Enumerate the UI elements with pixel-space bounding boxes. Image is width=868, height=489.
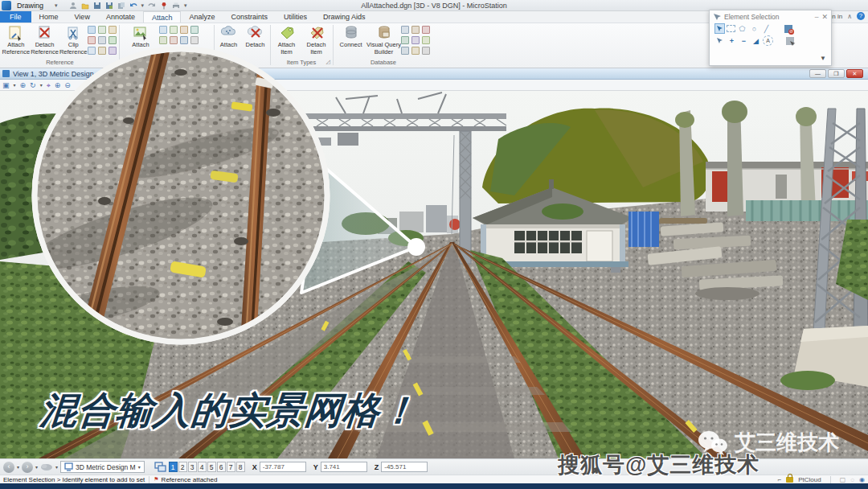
tool-icon[interactable] <box>88 47 96 55</box>
select-clear-button[interactable]: ⊘ <box>783 23 793 34</box>
raster-attach-button[interactable]: Attach <box>122 23 159 49</box>
select-invert-button[interactable]: ◢ <box>751 35 761 46</box>
chevron-down-icon[interactable]: ▾ <box>55 464 58 470</box>
connect-button[interactable]: Connect <box>335 23 366 49</box>
tool-icon[interactable] <box>190 36 199 44</box>
tool-icon[interactable] <box>108 47 117 55</box>
undo-icon[interactable] <box>129 2 137 10</box>
lock-icon[interactable] <box>786 477 793 483</box>
save-settings-icon[interactable] <box>117 2 125 10</box>
view-mode-combo[interactable]: 3D Metric Design M ▾ <box>60 461 145 473</box>
x-coord-field[interactable] <box>260 462 306 472</box>
tool-icon[interactable] <box>401 36 409 44</box>
tab-attach[interactable]: Attach <box>143 11 182 23</box>
select-line-button[interactable]: ╱ <box>761 23 772 34</box>
view-title-bar[interactable]: View 1, 3D Metric Design — ❐ ✕ <box>0 68 868 80</box>
view-groups-icon[interactable] <box>154 462 166 472</box>
select-shape-button[interactable]: ⬠ <box>737 23 747 34</box>
attach-item-button[interactable]: Attach Item <box>272 23 301 55</box>
view-toggle-1[interactable]: 1 <box>169 462 178 472</box>
pin-icon[interactable] <box>160 2 168 10</box>
chevron-down-icon[interactable]: ▾ <box>14 82 16 88</box>
rotate-view-icon[interactable]: ↻ <box>30 80 36 90</box>
tool-icon[interactable] <box>170 36 178 44</box>
help-icon[interactable]: ? <box>857 12 865 20</box>
tab-constraints[interactable]: Constraints <box>223 11 276 23</box>
save-as-icon[interactable] <box>105 2 113 10</box>
tool-icon[interactable] <box>180 36 188 44</box>
open-folder-icon[interactable] <box>81 2 89 10</box>
user-icon[interactable] <box>69 2 77 10</box>
view-maximize-button[interactable]: ❐ <box>828 69 845 78</box>
qat-overflow-icon[interactable]: ▾ <box>184 2 187 9</box>
history-cloud-icon[interactable] <box>40 462 53 471</box>
tool-icon[interactable] <box>98 26 106 34</box>
view-toggle-2[interactable]: 2 <box>178 462 187 472</box>
forward-button[interactable]: › <box>22 462 33 473</box>
chevron-down-icon[interactable]: ▾ <box>35 464 38 470</box>
redo-icon[interactable] <box>148 2 156 10</box>
select-new-button[interactable] <box>714 35 725 46</box>
tool-icon[interactable] <box>411 47 420 55</box>
tool-icon[interactable] <box>108 26 117 34</box>
tool-icon[interactable] <box>411 26 420 34</box>
select-none-button[interactable] <box>784 35 795 46</box>
clip-reference-button[interactable]: Clip Reference <box>59 23 88 55</box>
detach-item-button[interactable]: Detach Item <box>301 23 331 55</box>
view-toggle-5[interactable]: 5 <box>207 462 216 472</box>
pan-icon[interactable]: ⊕ <box>20 80 27 90</box>
fence-icon[interactable]: ◌ <box>850 476 854 483</box>
item-types-launcher-icon[interactable]: ◿ <box>326 59 330 65</box>
pointcloud-attach-button[interactable]: Attach <box>215 23 242 49</box>
fit-view-icon[interactable]: ⌖ <box>47 80 51 90</box>
chevron-down-icon[interactable]: ▾ <box>40 82 43 88</box>
dgn-lock-icon[interactable]: ◉ <box>859 476 865 483</box>
tool-icon[interactable] <box>422 47 430 55</box>
view-toggle-3[interactable]: 3 <box>188 462 197 472</box>
pointcloud-detach-button[interactable]: Detach <box>242 23 268 49</box>
tool-icon[interactable] <box>422 36 430 44</box>
attach-reference-button[interactable]: Attach Reference <box>2 23 31 55</box>
z-coord-field[interactable] <box>381 462 428 472</box>
running-coords-icon[interactable]: ⌐ <box>778 476 782 483</box>
tool-icon[interactable] <box>170 26 178 34</box>
tool-icon[interactable] <box>401 47 409 55</box>
detach-reference-button[interactable]: Detach Reference <box>31 23 59 55</box>
tool-icon[interactable] <box>98 36 106 44</box>
print-icon[interactable] <box>172 2 180 10</box>
dialog-minimize-icon[interactable]: – <box>815 13 819 21</box>
element-selection-titlebar[interactable]: Element Selection – ✕ <box>710 10 831 23</box>
tool-icon[interactable] <box>88 36 96 44</box>
view-toggle-7[interactable]: 7 <box>227 462 235 472</box>
tab-view[interactable]: View <box>67 11 98 23</box>
tool-icon[interactable] <box>159 26 167 34</box>
tool-icon[interactable] <box>411 36 420 44</box>
tool-icon[interactable] <box>108 36 117 44</box>
microstation-logo-icon[interactable] <box>2 1 11 10</box>
tool-icon[interactable] <box>98 47 106 55</box>
tool-icon[interactable] <box>88 26 96 34</box>
tool-icon[interactable] <box>422 26 430 34</box>
zoom-out-icon[interactable]: ⊖ <box>64 80 71 90</box>
dialog-expand-icon[interactable]: ▼ <box>820 55 826 62</box>
view-minimize-button[interactable]: — <box>809 69 826 78</box>
select-circle-button[interactable]: ○ <box>749 23 760 34</box>
active-level-label[interactable]: PtCloud <box>798 476 821 483</box>
select-all-button[interactable]: A <box>763 35 773 46</box>
visual-query-builder-button[interactable]: Visual Query Builder <box>366 23 401 55</box>
view-close-button[interactable]: ✕ <box>846 69 863 78</box>
chevron-down-icon[interactable]: ▾ <box>17 464 19 470</box>
workflow-selector[interactable]: Drawing ▾ <box>14 1 61 10</box>
display-style-icon[interactable]: ▣ <box>2 80 10 90</box>
save-icon[interactable] <box>93 2 101 10</box>
tab-analyze[interactable]: Analyze <box>181 11 223 23</box>
zoom-in-icon[interactable]: ⊕ <box>55 80 61 90</box>
y-coord-field[interactable] <box>321 462 367 472</box>
view-toggle-8[interactable]: 8 <box>236 462 245 472</box>
back-button[interactable]: ‹ <box>3 462 14 473</box>
tab-file[interactable]: File <box>0 11 31 23</box>
select-individual-button[interactable] <box>714 23 725 34</box>
tab-annotate[interactable]: Annotate <box>98 11 143 23</box>
tool-icon[interactable] <box>159 36 167 44</box>
tool-icon[interactable] <box>401 26 409 34</box>
